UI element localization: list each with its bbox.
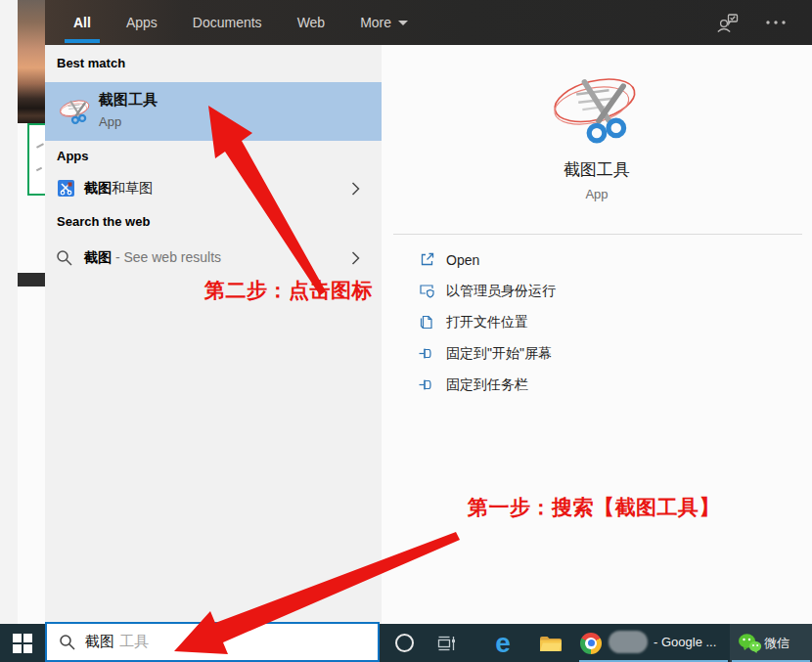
feedback-person-icon[interactable] bbox=[716, 12, 740, 33]
action-open-file-location[interactable]: 打开文件位置 bbox=[382, 307, 812, 338]
app-title: 截图工具 bbox=[382, 158, 812, 181]
action-list: Open 以管理员身份运行 bbox=[382, 244, 812, 401]
action-open[interactable]: Open bbox=[382, 244, 812, 276]
filter-tabs: All Apps Documents Web More bbox=[68, 0, 413, 45]
result-web-search[interactable]: 截图 - See web results bbox=[45, 240, 382, 277]
preview-panel: 截图工具 App Open bbox=[382, 45, 812, 624]
tiny-text-mark bbox=[36, 167, 42, 172]
folder-icon bbox=[539, 634, 562, 652]
blurred-window-title bbox=[609, 631, 648, 653]
label-rest: 和草图 bbox=[112, 180, 153, 196]
step2-annotation: 第二步：点击图标 bbox=[204, 277, 373, 304]
wechat-button[interactable] bbox=[737, 624, 762, 662]
search-icon bbox=[56, 249, 73, 267]
chevron-down-icon bbox=[398, 21, 408, 25]
search-results-panel: Best match 截图工具 App Apps bbox=[45, 45, 382, 624]
search-filter-bar: All Apps Documents Web More bbox=[45, 0, 812, 45]
chrome-window-label[interactable]: - Google ... bbox=[654, 635, 716, 649]
tab-documents[interactable]: Documents bbox=[188, 0, 267, 45]
action-run-as-admin[interactable]: 以管理员身份运行 bbox=[382, 276, 812, 307]
step1-annotation: 第一步：搜索【截图工具】 bbox=[468, 494, 720, 521]
action-label: 打开文件位置 bbox=[446, 314, 528, 331]
edge-button[interactable]: e bbox=[490, 624, 516, 662]
snipping-tool-icon bbox=[58, 91, 93, 130]
action-label: 以管理员身份运行 bbox=[446, 283, 556, 300]
result-snip-and-sketch[interactable]: 截图和草图 bbox=[45, 170, 382, 207]
chevron-right-icon[interactable] bbox=[351, 182, 360, 197]
tab-more[interactable]: More bbox=[355, 0, 413, 45]
tab-all[interactable]: All bbox=[68, 0, 96, 45]
cortana-button[interactable] bbox=[394, 624, 414, 662]
wechat-label[interactable]: 微信 bbox=[764, 635, 789, 652]
best-match-title: 截图工具 bbox=[99, 91, 158, 110]
edge-icon: e bbox=[495, 624, 511, 662]
file-explorer-button[interactable] bbox=[537, 624, 563, 662]
query-highlight: 截图 bbox=[84, 249, 112, 265]
chrome-icon bbox=[580, 633, 602, 654]
tab-more-label: More bbox=[360, 15, 391, 30]
start-button[interactable] bbox=[0, 624, 45, 662]
divider bbox=[393, 234, 802, 235]
background-window-edge bbox=[0, 0, 18, 624]
tab-all-label: All bbox=[73, 15, 91, 30]
tiny-text-mark bbox=[36, 143, 44, 149]
pin-icon bbox=[419, 345, 435, 362]
action-label: 固定到"开始"屏幕 bbox=[446, 345, 552, 363]
tab-apps[interactable]: Apps bbox=[121, 0, 162, 45]
background-dark-element bbox=[18, 273, 45, 287]
run-as-admin-icon bbox=[419, 283, 435, 299]
ellipsis-icon[interactable] bbox=[765, 20, 787, 25]
app-type: App bbox=[382, 187, 812, 201]
action-label: Open bbox=[446, 252, 479, 268]
taskbar-search-input[interactable]: 截图 工具 bbox=[45, 622, 380, 662]
apps-header: Apps bbox=[57, 149, 89, 163]
action-pin-to-start[interactable]: 固定到"开始"屏幕 bbox=[382, 338, 812, 370]
file-location-icon bbox=[419, 314, 435, 331]
active-tab-underline bbox=[65, 39, 100, 43]
best-match-header: Best match bbox=[57, 56, 125, 70]
wechat-icon bbox=[738, 633, 762, 654]
pin-icon bbox=[419, 376, 435, 393]
open-icon bbox=[419, 251, 435, 268]
task-view-icon bbox=[436, 634, 457, 653]
tab-documents-label: Documents bbox=[193, 15, 262, 30]
tab-web-label: Web bbox=[297, 15, 326, 30]
best-match-result[interactable]: 截图工具 App bbox=[45, 82, 382, 141]
snipping-tool-icon bbox=[548, 61, 646, 153]
label-rest: - See web results bbox=[112, 249, 221, 265]
task-view-button[interactable] bbox=[435, 624, 457, 662]
windows-search-screen: All Apps Documents Web More bbox=[0, 0, 812, 662]
tab-web[interactable]: Web bbox=[293, 0, 331, 45]
search-suggestion-text: 工具 bbox=[119, 633, 149, 651]
snip-and-sketch-icon bbox=[58, 180, 74, 197]
search-typed-text: 截图 bbox=[85, 633, 114, 651]
best-match-type: App bbox=[99, 114, 121, 129]
chevron-right-icon[interactable] bbox=[351, 251, 360, 266]
action-pin-to-taskbar[interactable]: 固定到任务栏 bbox=[382, 370, 812, 401]
taskbar: 截图 工具 e bbox=[0, 624, 812, 662]
query-highlight: 截图 bbox=[84, 180, 112, 196]
cortana-circle-icon bbox=[395, 634, 414, 652]
windows-logo-icon bbox=[13, 634, 32, 653]
desktop-wallpaper-sliver bbox=[18, 0, 45, 123]
result-label: 截图和草图 bbox=[84, 180, 153, 198]
chrome-window-button[interactable] bbox=[579, 624, 603, 662]
search-the-web-header: Search the web bbox=[57, 214, 150, 229]
action-label: 固定到任务栏 bbox=[446, 376, 528, 394]
result-label: 截图 - See web results bbox=[84, 249, 221, 267]
search-icon bbox=[59, 634, 76, 651]
tab-apps-label: Apps bbox=[126, 15, 158, 30]
